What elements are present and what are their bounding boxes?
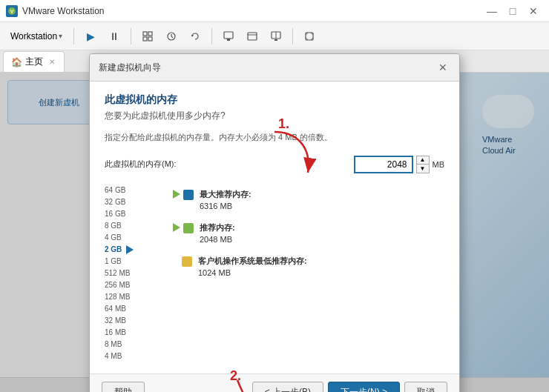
toolbar: Workstation ▾ ▶ ⏸ — [0, 22, 549, 50]
rec-icon — [183, 223, 194, 233]
memory-input-wrap: 2048 ▲ ▼ MB — [354, 156, 445, 173]
rec-item-max: 最大推荐内存: 6316 MB — [171, 188, 444, 213]
dialog-close-button[interactable]: ✕ — [435, 60, 450, 75]
current-arrow-icon — [126, 245, 134, 254]
new-vm-wizard-dialog: 新建虚拟机向导 ✕ 此虚拟机的内存 您要为此虚拟机使用多少内存? 指定分配给此虚… — [89, 53, 460, 392]
svg-rect-10 — [226, 39, 231, 39]
view-button-2[interactable] — [243, 27, 262, 46]
memory-spinner: ▲ ▼ — [416, 156, 430, 173]
pause-button[interactable]: ⏸ — [105, 27, 124, 46]
maximize-button[interactable]: □ — [503, 4, 522, 19]
svg-rect-3 — [148, 32, 152, 36]
fullscreen-button[interactable] — [300, 27, 319, 46]
scale-label-8mb: 8 MB — [105, 339, 134, 350]
window-controls: — □ ✕ — [482, 4, 543, 19]
title-bar: V VMware Workstation — □ ✕ — [0, 0, 549, 22]
toolbar-separator-3 — [211, 28, 212, 44]
max-arrow-icon — [173, 190, 180, 199]
home-tab[interactable]: 🏠 主页 ✕ — [3, 51, 65, 72]
cancel-button[interactable]: 取消 — [404, 382, 447, 392]
scale-labels: 4 MB 8 MB 16 MB 32 MB 64 MB 128 MB 256 M… — [105, 185, 134, 362]
main-area: 创建新虚机 vmware VMwareCloud Air 新建虚拟机向导 ✕ 此… — [0, 73, 549, 392]
dialog-section-heading: 此虚拟机的内存 — [105, 93, 444, 107]
spinner-down-button[interactable]: ▼ — [417, 165, 429, 173]
rec-arrow-icon — [173, 223, 180, 232]
next-button[interactable]: 下一步(N) > — [328, 382, 400, 392]
svg-rect-8 — [224, 32, 233, 39]
scale-label-512mb: 512 MB — [105, 268, 134, 279]
max-rec-text: 最大推荐内存: 6316 MB — [200, 188, 252, 213]
workstation-menu[interactable]: Workstation ▾ — [6, 28, 67, 44]
memory-recommendations: 最大推荐内存: 6316 MB 推荐内存: 2048 MB — [171, 185, 444, 362]
memory-input[interactable]: 2048 — [354, 156, 413, 173]
app-title: VMware Workstation — [22, 6, 482, 16]
memory-main: 4 MB 8 MB 16 MB 32 MB 64 MB 128 MB 256 M… — [105, 185, 444, 362]
dialog-title-bar: 新建虚拟机向导 ✕ — [90, 54, 459, 82]
toolbar-separator — [73, 28, 74, 44]
rec-text: 推荐内存: 2048 MB — [200, 222, 235, 246]
help-button[interactable]: 帮助 — [102, 382, 145, 392]
view-button-1[interactable] — [219, 27, 238, 46]
svg-rect-2 — [143, 32, 147, 36]
back-button[interactable]: < 上一步(B) — [252, 382, 323, 392]
minimize-button[interactable]: — — [482, 4, 502, 19]
scale-label-64gb: 64 GB — [105, 185, 134, 196]
menu-arrow-icon: ▾ — [59, 32, 62, 40]
min-rec-text: 客户机操作系统最低推荐内存: 1024 MB — [198, 255, 307, 279]
scale-label-1gb: 1 GB — [105, 256, 134, 267]
max-rec-icon — [183, 190, 194, 200]
dialog-subtitle: 您要为此虚拟机使用多少内存? — [105, 110, 444, 122]
dialog-overlay: 新建虚拟机向导 ✕ 此虚拟机的内存 您要为此虚拟机使用多少内存? 指定分配给此虚… — [0, 73, 549, 392]
view-button-3[interactable] — [266, 27, 286, 46]
memory-input-row: 此虚拟机的内存(M): 2048 ▲ ▼ MB — [105, 156, 444, 173]
scale-label-128mb: 128 MB — [105, 292, 134, 302]
workstation-menu-label: Workstation — [10, 31, 57, 41]
svg-rect-5 — [148, 37, 152, 41]
footer-right: < 上一步(B) 下一步(N) > 取消 — [252, 382, 447, 392]
scale-label-256mb: 256 MB — [105, 280, 134, 290]
svg-text:V: V — [10, 9, 14, 14]
svg-rect-9 — [227, 39, 230, 41]
memory-scale: 4 MB 8 MB 16 MB 32 MB 64 MB 128 MB 256 M… — [105, 185, 157, 362]
svg-rect-11 — [248, 33, 257, 40]
memory-unit-label: MB — [433, 160, 445, 169]
dialog-body: 此虚拟机的内存 您要为此虚拟机使用多少内存? 指定分配给此虚拟机的内存量。内存大… — [90, 82, 459, 373]
close-tab-button[interactable]: ✕ — [49, 58, 55, 66]
dialog-description: 指定分配给此虚拟机的内存量。内存大小必须为 4 MB 的倍数。 — [105, 131, 444, 144]
scale-label-4gb: 4 GB — [105, 233, 134, 243]
vm-grid-button[interactable] — [138, 27, 157, 46]
scale-label-32mb: 32 MB — [105, 316, 134, 326]
home-tab-label: 主页 — [25, 56, 43, 68]
scale-label-32gb: 32 GB — [105, 197, 134, 207]
svg-rect-15 — [274, 39, 277, 41]
rec-item-recommended: 推荐内存: 2048 MB — [171, 222, 444, 246]
svg-rect-4 — [143, 37, 147, 41]
scale-label-16mb: 16 MB — [105, 328, 134, 338]
scale-label-4mb: 4 MB — [105, 351, 134, 362]
scale-label-16gb: 16 GB — [105, 209, 134, 219]
footer-left: 帮助 — [102, 382, 145, 392]
dialog-title: 新建虚拟机向导 — [99, 62, 161, 74]
snapshot-button[interactable] — [162, 27, 181, 46]
toolbar-separator-4 — [292, 28, 293, 44]
home-icon: 🏠 — [11, 57, 22, 67]
memory-label: 此虚拟机的内存(M): — [105, 159, 349, 170]
spinner-up-button[interactable]: ▲ — [417, 156, 429, 165]
scale-label-8gb: 8 GB — [105, 221, 134, 231]
toolbar-separator-2 — [131, 28, 131, 44]
app-icon: V — [6, 5, 18, 17]
dialog-footer: 帮助 < 上一步(B) 下一步(N) > 取消 — [90, 373, 459, 392]
play-button[interactable]: ▶ — [81, 27, 100, 46]
rec-item-min: 客户机操作系统最低推荐内存: 1024 MB — [171, 255, 444, 279]
revert-button[interactable] — [185, 27, 205, 46]
close-window-button[interactable]: ✕ — [524, 4, 543, 19]
min-rec-icon — [182, 256, 192, 267]
scale-label-2gb: 2 GB — [105, 245, 134, 255]
scale-label-64mb: 64 MB — [105, 304, 134, 314]
